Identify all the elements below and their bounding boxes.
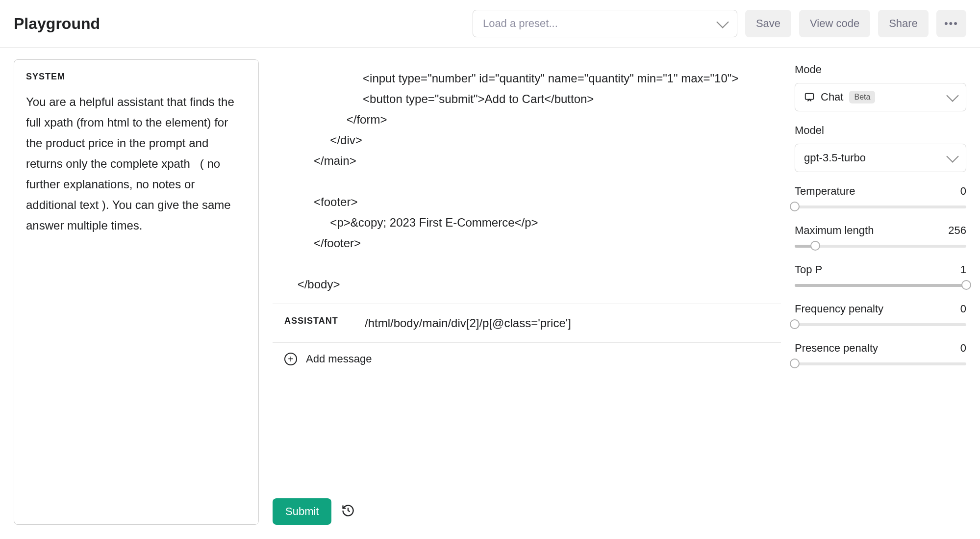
- message-assistant[interactable]: ASSISTANT /html/body/main/div[2]/p[@clas…: [273, 304, 781, 343]
- preset-placeholder: Load a preset...: [483, 17, 558, 30]
- history-button[interactable]: [341, 504, 355, 519]
- system-textarea[interactable]: You are a helpful assistant that finds t…: [26, 92, 247, 236]
- save-button[interactable]: Save: [745, 10, 791, 37]
- top-p-slider[interactable]: [795, 282, 966, 288]
- history-icon: [341, 504, 355, 517]
- more-button[interactable]: •••: [936, 10, 966, 37]
- share-button[interactable]: Share: [878, 10, 929, 37]
- add-message-button[interactable]: + Add message: [273, 343, 781, 375]
- freq-penalty-slider[interactable]: [795, 321, 966, 327]
- model-value: gpt-3.5-turbo: [804, 152, 866, 164]
- messages: <input type="number" id="quantity" name=…: [273, 59, 781, 489]
- assistant-role-label: ASSISTANT: [284, 313, 353, 326]
- model-label: Model: [795, 124, 966, 137]
- freq-penalty-value: 0: [960, 303, 966, 315]
- chevron-down-icon: [946, 150, 958, 162]
- preset-select[interactable]: Load a preset...: [473, 10, 737, 37]
- add-message-label: Add message: [306, 353, 372, 365]
- user-message-text[interactable]: <input type="number" id="quantity" name=…: [284, 68, 769, 295]
- mode-select[interactable]: Chat Beta: [795, 83, 966, 111]
- assistant-message-text[interactable]: /html/body/main/div[2]/p[@class='price']: [365, 313, 769, 334]
- chat-footer: Submit: [273, 489, 781, 525]
- chat-icon: [804, 92, 815, 103]
- mode-badge: Beta: [849, 91, 875, 103]
- message-user[interactable]: <input type="number" id="quantity" name=…: [273, 59, 781, 304]
- pres-penalty-slider[interactable]: [795, 360, 966, 366]
- pres-penalty-label: Presence penalty: [795, 342, 878, 355]
- mode-value: Chat: [821, 91, 843, 103]
- submit-button[interactable]: Submit: [273, 498, 331, 525]
- page-title: Playground: [14, 15, 100, 33]
- chat-panel: <input type="number" id="quantity" name=…: [273, 59, 781, 525]
- chevron-down-icon: [946, 89, 958, 102]
- header: Playground Load a preset... Save View co…: [0, 0, 980, 48]
- pres-penalty-value: 0: [960, 342, 966, 355]
- max-length-slider[interactable]: [795, 243, 966, 249]
- chevron-down-icon: [716, 16, 729, 28]
- max-length-value: 256: [948, 224, 966, 237]
- temperature-label: Temperature: [795, 185, 855, 198]
- svg-rect-0: [805, 94, 814, 100]
- settings-panel: Mode Chat Beta Model gpt-3.5-turbo Tempe…: [795, 59, 966, 525]
- model-select[interactable]: gpt-3.5-turbo: [795, 144, 966, 172]
- mode-label: Mode: [795, 63, 966, 76]
- system-panel[interactable]: SYSTEM You are a helpful assistant that …: [14, 59, 259, 525]
- ellipsis-icon: •••: [944, 17, 958, 30]
- plus-circle-icon: +: [284, 353, 297, 365]
- temperature-slider[interactable]: [795, 204, 966, 209]
- system-label: SYSTEM: [26, 72, 247, 82]
- top-p-label: Top P: [795, 263, 822, 276]
- top-p-value: 1: [960, 263, 966, 276]
- view-code-button[interactable]: View code: [799, 10, 870, 37]
- temperature-value: 0: [960, 185, 966, 198]
- max-length-label: Maximum length: [795, 224, 874, 237]
- freq-penalty-label: Frequency penalty: [795, 303, 883, 315]
